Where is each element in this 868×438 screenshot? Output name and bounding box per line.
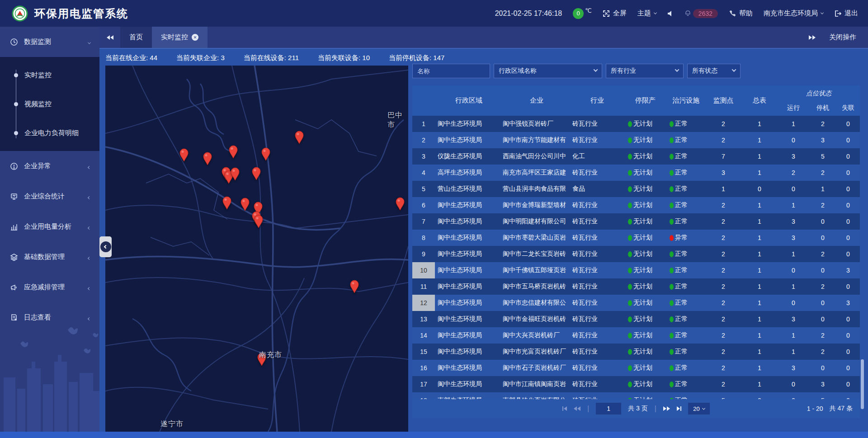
table-row[interactable]: 16阆中生态环境局阆中市石子页岩机砖厂砖瓦行业无计划正常21300: [412, 360, 860, 376]
sidebar-subitem-1[interactable]: 视频监控: [0, 89, 99, 118]
row-region: 阆中生态环境局: [435, 283, 503, 291]
status-dot-icon: [628, 365, 632, 371]
map-marker-pin[interactable]: [203, 152, 212, 165]
sidebar-subitem-2[interactable]: 企业电力负荷明细: [0, 118, 99, 147]
row-limit-status: 无计划: [624, 364, 667, 372]
map-marker-pin[interactable]: [228, 145, 238, 159]
sidebar-item-4[interactable]: 基础数据管理: [0, 242, 99, 272]
map-marker-pin[interactable]: [261, 147, 271, 161]
page-size-select[interactable]: 20: [688, 403, 710, 414]
column-header-3[interactable]: 停限产: [624, 85, 667, 116]
table-row[interactable]: 1阆中生态环境局阆中强锐页岩砖厂砖瓦行业无计划正常21120: [412, 116, 860, 132]
row-limit-label: 无计划: [633, 217, 652, 226]
row-facility-label: 正常: [675, 315, 688, 323]
bullet-icon: [14, 131, 18, 135]
tab-close-icon[interactable]: ✕: [192, 34, 198, 41]
table-row[interactable]: 10阆中生态环境局阆中千佛镇五郎垭页岩砖瓦行业无计划正常21003: [412, 262, 860, 278]
row-meters: 1: [741, 120, 778, 127]
map-marker-pin[interactable]: [222, 196, 232, 210]
status-dot-icon: [628, 251, 632, 257]
sidebar-item-0[interactable]: 数据监测: [0, 27, 99, 57]
table-row[interactable]: 3仪陇生态环境局西南油气田分公司川中化工无计划正常71350: [412, 148, 860, 165]
tab-realtime-monitor[interactable]: 实时监控 ✕: [152, 27, 208, 48]
column-header-5[interactable]: 监测点: [705, 85, 741, 116]
announcement-toggle[interactable]: [667, 10, 674, 17]
map-marker-pin[interactable]: [349, 280, 359, 293]
table-row[interactable]: 12阆中生态环境局阆中市忠信建材有限公砖瓦行业无计划正常21003: [412, 295, 860, 311]
table-row[interactable]: 9阆中生态环境局阆中市二龙长宝页岩砖砖瓦行业无计划正常21120: [412, 246, 860, 262]
table-row[interactable]: 18南部生态环境局南部县砖化页岩有限公砖瓦行业无计划正常50050: [412, 392, 860, 399]
table-row[interactable]: 2阆中生态环境局阆中市南方节能建材有砖瓦行业无计划正常21030: [412, 132, 860, 148]
notifications[interactable]: 2632: [684, 9, 718, 18]
row-stop: 2: [809, 348, 836, 355]
map-marker-pin[interactable]: [294, 131, 304, 144]
page-number-input[interactable]: [596, 403, 621, 414]
tabs-scroll-right-button[interactable]: [809, 35, 816, 40]
row-facility-status: 正常: [667, 380, 705, 388]
stat-label: 当前失联设备:: [318, 54, 362, 61]
status-select[interactable]: 所有状态: [687, 64, 741, 78]
row-limit-label: 无计划: [633, 250, 652, 258]
row-company: 阆中市石子页岩机砖厂: [503, 364, 571, 372]
row-region: 阆中生态环境局: [435, 348, 503, 356]
sidebar-menu: 数据监测实时监控视频监控企业电力负荷明细企业异常企业综合统计企业用电量分析基础数…: [0, 27, 99, 333]
help-button[interactable]: 帮助: [729, 9, 753, 18]
chevron-down-icon: [702, 406, 705, 410]
row-run: 0: [778, 299, 809, 306]
table-row[interactable]: 14阆中生态环境局阆中大兴页岩机砖厂砖瓦行业无计划正常21120: [412, 327, 860, 344]
theme-dropdown[interactable]: 主题: [637, 9, 656, 18]
table-row[interactable]: 5营山生态环境局营山县润丰肉食品有限食品无计划正常10010: [412, 181, 860, 197]
next-page-button[interactable]: [663, 406, 670, 411]
column-header-4[interactable]: 治污设施: [667, 85, 705, 116]
column-header-2[interactable]: 行业: [571, 85, 624, 116]
column-header-1[interactable]: 企业: [503, 85, 571, 116]
tabs-scroll-left-button[interactable]: [99, 27, 120, 48]
sidebar-subitem-0[interactable]: 实时监控: [0, 61, 99, 89]
close-operations-dropdown[interactable]: 关闭操作: [829, 33, 856, 42]
row-lost: 0: [836, 218, 860, 225]
column-header-6[interactable]: 总表: [741, 85, 778, 116]
map-marker-pin[interactable]: [395, 197, 405, 211]
theme-label: 主题: [637, 9, 651, 18]
sub-column-header-2[interactable]: 失联: [836, 104, 860, 112]
name-search-input[interactable]: [412, 64, 490, 78]
table-row[interactable]: 17阆中生态环境局阆中市江南镇阆南页岩砖瓦行业无计划正常21030: [412, 376, 860, 392]
region-select[interactable]: 行政区域名称: [494, 64, 602, 78]
row-points: 3: [705, 169, 741, 176]
table-row[interactable]: 15阆中生态环境局阆中市光富页岩机砖厂砖瓦行业无计划正常21120: [412, 344, 860, 360]
map-marker-pin[interactable]: [230, 167, 240, 181]
sidebar-item-1[interactable]: 企业异常: [0, 151, 99, 181]
sub-column-header-1[interactable]: 停机: [809, 104, 836, 112]
map-marker-pin[interactable]: [254, 215, 264, 228]
row-meters: 1: [741, 283, 778, 290]
table-row[interactable]: 11阆中生态环境局阆中市五马桥页岩机砖砖瓦行业无计划正常21120: [412, 278, 860, 295]
table-row[interactable]: 8阆中生态环境局阆中市枣碧大梁山页岩砖瓦行业无计划异常21300: [412, 230, 860, 246]
map-marker-pin[interactable]: [179, 148, 189, 162]
sub-column-header-0[interactable]: 运行: [778, 104, 809, 112]
last-page-button[interactable]: [677, 406, 681, 411]
sidebar-item-3[interactable]: 企业用电量分析: [0, 212, 99, 242]
logout-button[interactable]: 退出: [834, 9, 858, 18]
table-row[interactable]: 4高坪生态环境局南充市高坪区王家店建砖瓦行业无计划正常31220: [412, 165, 860, 181]
first-page-button[interactable]: [562, 406, 567, 411]
industry-select[interactable]: 所有行业: [606, 64, 684, 78]
table-row[interactable]: 6阆中生态环境局阆中市金博瑞新型墙材砖瓦行业无计划正常21120: [412, 197, 860, 213]
map-marker-pin[interactable]: [240, 198, 250, 211]
org-dropdown[interactable]: 南充市生态环境局: [764, 9, 823, 18]
panel-collapse-handle[interactable]: [99, 236, 112, 257]
map-panel[interactable]: 巴中市南充市遂宁市: [105, 66, 408, 432]
status-dot-icon: [670, 365, 674, 371]
sidebar-item-5[interactable]: 应急减排管理: [0, 272, 99, 302]
table-row[interactable]: 13阆中生态环境局阆中市金福旺页岩机砖砖瓦行业无计划正常21300: [412, 311, 860, 327]
prev-page-button[interactable]: [574, 406, 580, 411]
sidebar-item-2[interactable]: 企业综合统计: [0, 181, 99, 212]
vertical-scrollbar[interactable]: [861, 359, 864, 409]
row-meters: 1: [741, 299, 778, 306]
chevron-down-icon: [88, 38, 90, 46]
map-marker-pin[interactable]: [251, 167, 261, 180]
column-header-0[interactable]: 行政区域: [435, 85, 503, 116]
row-lost: 0: [836, 316, 860, 323]
fullscreen-button[interactable]: 全屏: [603, 9, 627, 18]
table-row[interactable]: 7阆中生态环境局阆中明阳建材有限公司砖瓦行业无计划正常21300: [412, 213, 860, 230]
tab-home[interactable]: 首页: [120, 27, 152, 48]
